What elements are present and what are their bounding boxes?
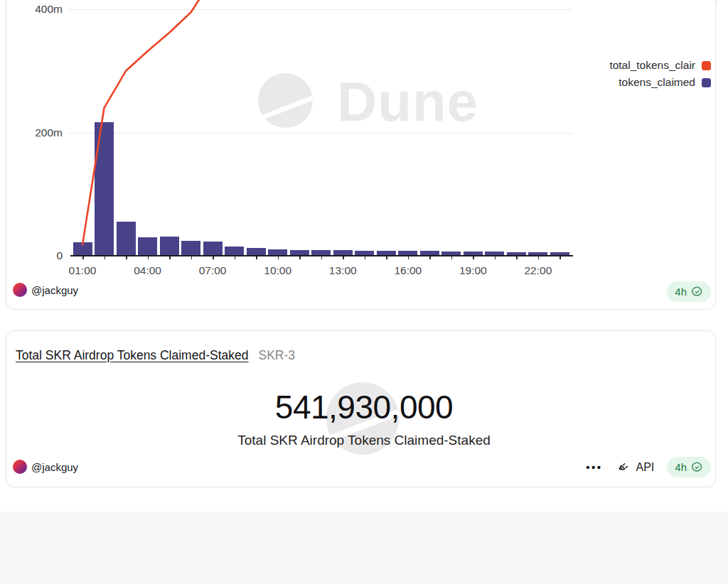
counter-title-link[interactable]: Total SKR Airdrop Tokens Claimed-Staked <box>16 348 248 363</box>
x-axis-tick <box>516 256 518 259</box>
bar <box>203 242 223 256</box>
x-axis-tick <box>191 256 193 259</box>
bar <box>95 122 114 256</box>
chart-legend: total_tokens_clair tokens_claimed <box>609 59 711 89</box>
counter-title-row: Total SKR Airdrop Tokens Claimed-Staked … <box>16 348 295 363</box>
bar <box>160 237 179 256</box>
x-axis-tick <box>235 256 236 259</box>
refresh-badge[interactable]: 4h <box>667 281 711 302</box>
counter-value: 541,930,000 <box>0 388 728 426</box>
api-button[interactable]: API <box>616 460 655 475</box>
x-axis-tick <box>148 256 149 259</box>
counter-query-tag: SKR-3 <box>258 348 295 363</box>
author-handle[interactable]: @jackguy <box>31 461 78 473</box>
x-axis-line <box>70 255 573 256</box>
plug-icon <box>616 460 631 475</box>
author-handle[interactable]: @jackguy <box>31 284 78 296</box>
bar <box>181 241 200 256</box>
x-axis-tick <box>473 256 474 259</box>
more-menu-button[interactable]: ••• <box>586 461 602 473</box>
x-axis-tick <box>451 256 453 259</box>
legend-label: total_tokens_clair <box>609 59 695 72</box>
counter-caption: Total SKR Airdrop Tokens Claimed-Staked <box>0 433 728 448</box>
dune-wordmark-watermark: Dune <box>337 74 478 129</box>
x-axis-tick <box>126 256 127 259</box>
x-axis-tick <box>105 256 106 259</box>
x-axis-tick <box>495 256 496 259</box>
x-axis-tick <box>299 256 301 259</box>
refresh-age-label: 4h <box>675 286 687 298</box>
x-axis-tick <box>256 256 257 259</box>
y-axis-tick-label: 200m <box>13 126 63 139</box>
refresh-badge[interactable]: 4h <box>667 457 711 477</box>
bar <box>138 237 157 256</box>
avatar[interactable] <box>13 460 27 474</box>
y-gridline <box>69 9 573 10</box>
dune-logo-watermark <box>258 73 313 128</box>
y-axis-tick-label: 0 <box>13 249 63 262</box>
x-axis-tick <box>408 256 410 259</box>
x-axis-tick <box>343 256 344 259</box>
y-axis-tick-label: 400m <box>13 3 63 16</box>
x-axis-tick <box>321 256 323 259</box>
y-gridline <box>69 133 573 134</box>
refresh-age-label: 4h <box>675 461 687 473</box>
x-axis-tick-label: 13:00 <box>321 264 364 277</box>
legend-item-line[interactable]: total_tokens_clair <box>609 59 711 72</box>
verified-seal-icon <box>691 461 703 473</box>
verified-seal-icon <box>691 286 703 298</box>
x-axis-tick-label: 01:00 <box>61 264 104 277</box>
x-axis-tick <box>213 256 214 259</box>
next-section-placeholder <box>0 512 728 584</box>
bar <box>117 222 136 256</box>
counter-card-actions: ••• API 4h <box>586 457 711 477</box>
x-axis-tick <box>560 256 561 259</box>
legend-swatch-red <box>702 61 711 70</box>
legend-item-bar[interactable]: tokens_claimed <box>619 76 711 89</box>
avatar[interactable] <box>13 283 27 297</box>
x-axis-tick <box>429 256 431 259</box>
x-axis-tick-label: 10:00 <box>257 264 299 277</box>
x-axis-tick <box>538 256 540 259</box>
legend-swatch-purple <box>702 78 711 87</box>
dashboard-viewport: Dune 0200m400m01:0004:0007:0010:0013:001… <box>0 0 728 584</box>
api-label: API <box>636 461 655 474</box>
x-axis-tick <box>386 256 387 259</box>
x-axis-tick-label: 04:00 <box>127 264 169 277</box>
x-axis-tick-label: 16:00 <box>387 264 429 277</box>
x-axis-tick <box>82 256 84 259</box>
x-axis-tick-label: 19:00 <box>451 264 494 277</box>
x-axis-tick-label: 22:00 <box>517 264 560 277</box>
legend-label: tokens_claimed <box>619 76 695 89</box>
x-axis-tick <box>365 256 366 259</box>
x-axis-tick <box>169 256 171 259</box>
x-axis-tick-label: 07:00 <box>191 264 234 277</box>
x-axis-tick <box>278 256 279 259</box>
bar <box>73 242 92 256</box>
